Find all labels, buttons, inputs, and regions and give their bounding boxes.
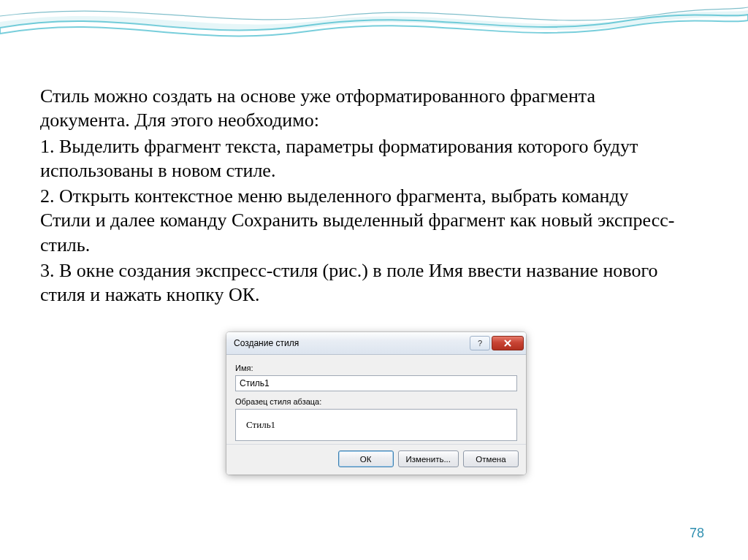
create-style-dialog: Создание стиля ? Имя: Образец стиля абза…: [226, 332, 526, 475]
preview-label: Образец стиля абзаца:: [235, 397, 517, 406]
close-icon: [503, 339, 512, 348]
paragraph-step2: 2. Открыть контекстное меню выделенного …: [40, 184, 683, 257]
modify-button[interactable]: Изменить...: [398, 450, 459, 467]
dialog-title: Создание стиля: [234, 338, 470, 348]
style-name-input[interactable]: [235, 375, 517, 391]
decorative-wave: [0, 0, 748, 44]
paragraph-step3: 3. В окне создания экспресс-стиля (рис.)…: [40, 258, 683, 307]
dialog-titlebar: Создание стиля ?: [226, 332, 526, 355]
cancel-button[interactable]: Отмена: [463, 450, 519, 467]
style-preview: Стиль1: [235, 409, 517, 441]
help-button[interactable]: ?: [470, 336, 490, 350]
paragraph-intro: Стиль можно создать на основе уже отформ…: [40, 84, 683, 133]
name-field-label: Имя:: [235, 364, 517, 372]
slide: Стиль можно создать на основе уже отформ…: [0, 0, 748, 560]
dialog-footer: ОК Изменить... Отмена: [226, 444, 526, 475]
page-number: 78: [690, 526, 704, 541]
ok-button[interactable]: ОК: [338, 450, 394, 467]
close-button[interactable]: [492, 336, 524, 350]
style-preview-text: Стиль1: [246, 419, 275, 431]
dialog-body: Имя: Образец стиля абзаца: Стиль1: [226, 355, 526, 444]
paragraph-step1: 1. Выделить фрагмент текста, параметры ф…: [40, 134, 683, 183]
body-text: Стиль можно создать на основе уже отформ…: [40, 84, 683, 308]
